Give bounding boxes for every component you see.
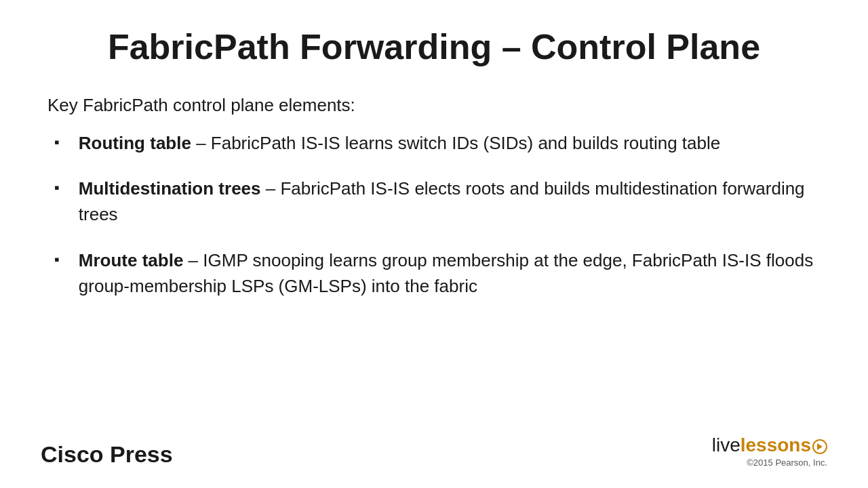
cisco-press-logo: Cisco Press: [41, 441, 173, 468]
bullet-marker-3: ▪: [54, 251, 60, 268]
bullet-bold-2: Multidestination trees: [79, 178, 261, 199]
slide-title: FabricPath Forwarding – Control Plane: [41, 27, 827, 68]
livelessons-play-icon: [812, 439, 827, 454]
footer: Cisco Press livelessons ©2015 Pearson, I…: [41, 428, 827, 468]
bullet-rest-3: – IGMP snooping learns group membership …: [79, 250, 813, 296]
bullet-marker-2: ▪: [54, 179, 60, 197]
bullet-item-3: ▪ Mroute table – IGMP snooping learns gr…: [41, 248, 827, 299]
copyright-text: ©2015 Pearson, Inc.: [747, 458, 827, 468]
bullet-text-2: Multidestination trees – FabricPath IS-I…: [79, 176, 827, 227]
bullet-bold-3: Mroute table: [79, 250, 184, 270]
bullet-list: ▪ Routing table – FabricPath IS-IS learn…: [41, 131, 827, 428]
bullet-item-2: ▪ Multidestination trees – FabricPath IS…: [41, 176, 827, 227]
livelessons-logo: livelessons: [712, 434, 827, 456]
livelessons-live-text: live: [712, 434, 741, 455]
slide-container: FabricPath Forwarding – Control Plane Ke…: [0, 0, 868, 488]
bullet-rest-1: – FabricPath IS-IS learns switch IDs (SI…: [191, 133, 720, 153]
bullet-text-3: Mroute table – IGMP snooping learns grou…: [79, 248, 827, 299]
livelessons-lessons-text: lessons: [741, 434, 811, 455]
bullet-marker-1: ▪: [54, 134, 60, 151]
intro-text: Key FabricPath control plane elements:: [47, 95, 827, 116]
bullet-bold-1: Routing table: [79, 133, 191, 153]
bullet-item-1: ▪ Routing table – FabricPath IS-IS learn…: [41, 131, 827, 157]
bullet-text-1: Routing table – FabricPath IS-IS learns …: [79, 131, 720, 157]
livelessons-branding: livelessons ©2015 Pearson, Inc.: [712, 434, 827, 468]
